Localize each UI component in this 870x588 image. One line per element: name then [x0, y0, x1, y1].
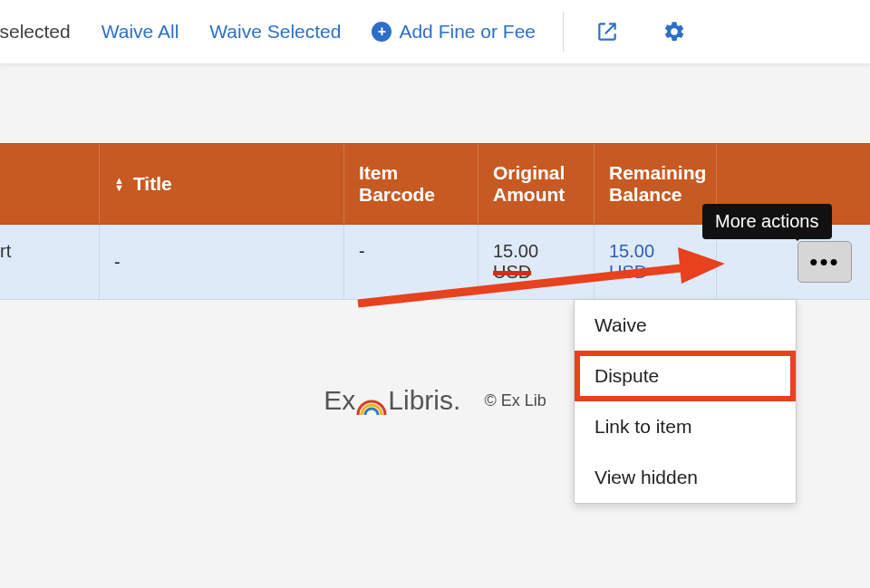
col-remaining[interactable]: Remaining Balance	[594, 144, 717, 224]
logo-arc-icon	[356, 392, 387, 410]
rows-selected-text: ws selected	[0, 21, 71, 43]
sort-icon: ▲▼	[114, 177, 124, 191]
more-actions-tooltip: More actions	[702, 204, 832, 239]
gear-icon	[662, 20, 686, 43]
settings-button[interactable]	[656, 14, 692, 50]
waive-selected-link[interactable]: Waive Selected	[209, 21, 341, 43]
toolbar: ws selected Waive All Waive Selected Add…	[0, 0, 870, 63]
col-barcode[interactable]: Item Barcode	[344, 144, 478, 224]
remaining-amount: 15.00	[609, 241, 654, 261]
original-currency: USD	[493, 262, 531, 282]
col-title[interactable]: ▲▼ Title	[100, 144, 344, 224]
remaining-currency: USD	[609, 262, 647, 282]
cell-title: -	[100, 225, 344, 299]
col-original[interactable]: Original Amount	[478, 144, 594, 224]
col-blank	[0, 144, 100, 224]
add-fine-label: Add Fine or Fee	[399, 21, 536, 43]
logo-ex: Ex	[324, 385, 355, 416]
cell-barcode: -	[344, 225, 478, 299]
plus-icon	[372, 22, 392, 42]
export-icon	[595, 20, 619, 43]
col-title-label: Title	[133, 173, 172, 195]
toolbar-divider	[563, 12, 564, 52]
original-amount: 15.00	[493, 241, 538, 261]
copyright-text: © Ex Lib	[484, 391, 546, 410]
waive-all-link[interactable]: Waive All	[102, 21, 179, 43]
menu-item-link-to-item[interactable]: Link to item	[575, 401, 796, 452]
add-fine-link[interactable]: Add Fine or Fee	[372, 21, 536, 43]
menu-item-waive[interactable]: Waive	[575, 300, 796, 351]
cell-original: 15.00 USD	[478, 225, 594, 299]
export-button[interactable]	[589, 14, 625, 50]
actions-menu: Waive Dispute Link to item View hidden	[574, 299, 797, 504]
cell-leading-fragment: nd Art	[0, 225, 100, 299]
cell-remaining: 15.00 USD	[594, 225, 717, 299]
menu-item-view-hidden[interactable]: View hidden	[575, 452, 796, 503]
logo-libris: Libris	[388, 385, 453, 416]
exlibris-logo: Ex Libris.	[324, 385, 460, 416]
menu-item-dispute[interactable]: Dispute	[575, 351, 796, 401]
more-actions-button[interactable]: •••	[798, 241, 852, 283]
